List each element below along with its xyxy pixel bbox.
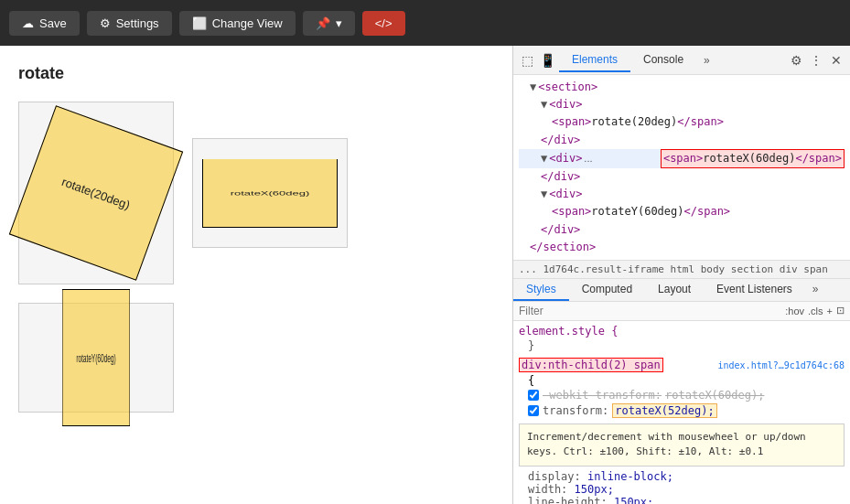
display-props-block: display: inline-block; width: 150px; lin…	[519, 470, 845, 504]
cloud-icon: ☁	[22, 16, 34, 30]
code-button[interactable]: </>	[362, 11, 405, 36]
transform-prop: transform:	[543, 404, 608, 417]
save-label: Save	[39, 16, 67, 30]
filter-input[interactable]	[519, 305, 780, 317]
settings-button[interactable]: ⚙ Settings	[87, 11, 172, 36]
tree-div-1: ▼ <div>	[519, 96, 845, 113]
nth-child-rule: div:nth-child(2) span index.html?…9c1d76…	[519, 358, 845, 418]
sub-tab-layout[interactable]: Layout	[645, 279, 704, 301]
styles-panel: element.style { } div:nth-child(2) span …	[513, 321, 850, 504]
cls-filter[interactable]: .cls	[808, 306, 823, 316]
tooltip-box: Increment/decrement with mousewheel or u…	[519, 424, 845, 466]
tree-div-close-1: </div>	[519, 132, 845, 149]
sub-tabs: Styles Computed Layout Event Listeners »	[513, 279, 850, 302]
pin-dropdown-icon: ▾	[336, 16, 342, 30]
tree-span-rotate: <span>rotate(20deg)</span>	[519, 113, 845, 131]
save-button[interactable]: ☁ Save	[9, 11, 80, 36]
devtools-settings-icon[interactable]: ⚙	[788, 52, 804, 69]
add-filter[interactable]: +	[827, 306, 833, 316]
tab-more[interactable]: »	[696, 49, 717, 71]
devtools-panel: ⬚ 📱 Elements Console » ⚙ ⋮ ✕ ▼ <section>	[512, 46, 850, 504]
breadcrumb-text: ... 1d764c.result-iframe html body secti…	[519, 263, 828, 275]
tree-div-close-3: </div>	[519, 221, 845, 239]
rotate-box-2: rotateX(60deg)	[202, 159, 338, 228]
rotate-box-3: rotateY(60deg)	[62, 289, 130, 426]
change-view-label: Change View	[212, 16, 283, 30]
rule-link[interactable]: index.html?…9c1d764c:68	[718, 360, 845, 370]
cursor-icon[interactable]: ⬚	[519, 52, 535, 69]
sub-tab-more[interactable]: »	[805, 279, 826, 301]
tab-console[interactable]: Console	[630, 48, 696, 72]
rotate-label-3: rotateY(60deg)	[76, 351, 115, 365]
transform-val[interactable]: rotateX(52deg);	[612, 403, 716, 418]
element-style-block: }	[519, 339, 845, 352]
devtools-close-icon[interactable]: ✕	[828, 52, 845, 69]
rotate-label-2: rotateX(60deg)	[231, 189, 310, 197]
transform-checkbox[interactable]	[528, 405, 539, 416]
settings-label: Settings	[116, 16, 159, 30]
tree-section-open: ▼ <section>	[519, 79, 845, 96]
tree-div-3: ▼ <div>	[519, 186, 845, 203]
tooltip-text: Increment/decrement with mousewheel or u…	[527, 431, 806, 458]
expand-arrow-2[interactable]: ▼	[541, 96, 547, 113]
pin-icon: 📌	[316, 16, 330, 30]
rotate-label-1: rotate(20deg)	[60, 175, 132, 212]
breadcrumb: ... 1d764c.result-iframe html body secti…	[513, 261, 850, 279]
nth-child-block: { -webkit-transform: rotateX(60deg); tra…	[519, 374, 845, 418]
preview-area: rotate rotate(20deg) rotateX(60deg) rota…	[0, 46, 512, 504]
toolbar: ☁ Save ⚙ Settings ⬜ Change View 📌 ▾ </>	[0, 0, 850, 46]
hov-filter[interactable]: :hov	[785, 306, 804, 316]
nth-child-selector: div:nth-child(2) span	[519, 358, 663, 372]
filter-extras: :hov .cls + ⊡	[785, 305, 845, 316]
webkit-transform-val: rotateX(60deg);	[665, 389, 764, 402]
gear-icon: ⚙	[100, 16, 111, 30]
tree-div-2-selected[interactable]: ▼ <div> ... <span>rotateX(60deg)</span>	[519, 149, 845, 168]
selected-span-element[interactable]: <span>rotateX(60deg)</span>	[661, 149, 845, 168]
expand-arrow[interactable]: ▼	[530, 79, 536, 96]
display-prop-row: display: inline-block;	[528, 470, 845, 483]
display-props-rule: display: inline-block; width: 150px; lin…	[519, 470, 845, 504]
expand-arrow-4[interactable]: ▼	[541, 186, 547, 203]
rotate-box-1: rotate(20deg)	[9, 105, 183, 281]
sub-tab-styles[interactable]: Styles	[513, 279, 569, 301]
sub-tab-event-listeners[interactable]: Event Listeners	[704, 279, 805, 301]
rule-brace-open: {	[528, 374, 534, 387]
tree-div-close-2: </div>	[519, 168, 845, 186]
filter-bar: :hov .cls + ⊡	[513, 302, 850, 321]
nth-child-selector-row: div:nth-child(2) span index.html?…9c1d76…	[519, 358, 845, 374]
demo-container-3: rotateY(60deg)	[18, 303, 174, 413]
grid-icon[interactable]: ⊡	[836, 305, 845, 316]
preview-title: rotate	[18, 64, 494, 83]
dots-button[interactable]: ...	[582, 153, 594, 164]
webkit-transform-checkbox[interactable]	[528, 390, 539, 401]
devtools-topbar: ⬚ 📱 Elements Console » ⚙ ⋮ ✕	[513, 46, 850, 75]
tree-section-close: </section>	[519, 239, 845, 256]
demo-container-2: rotateX(60deg)	[192, 138, 348, 248]
line-height-prop-row: line-height: 150px;	[528, 496, 845, 504]
code-label: </>	[375, 16, 393, 30]
webkit-transform-prop: -webkit-transform:	[543, 389, 662, 402]
change-view-button[interactable]: ⬜ Change View	[179, 11, 296, 36]
rotate-demos: rotate(20deg) rotateX(60deg) rotateY(60d…	[18, 102, 494, 413]
device-icon[interactable]: 📱	[539, 52, 555, 69]
tree-span-rotateY: <span>rotateY(60deg)</span>	[519, 203, 845, 220]
webkit-transform-row: -webkit-transform: rotateX(60deg);	[528, 389, 845, 402]
devtools-more-icon[interactable]: ⋮	[808, 52, 824, 69]
sub-tab-computed[interactable]: Computed	[569, 279, 645, 301]
demo-container-1: rotate(20deg)	[18, 102, 174, 284]
element-style-rule: element.style { }	[519, 325, 845, 352]
width-prop-row: width: 150px;	[528, 483, 845, 496]
tab-elements[interactable]: Elements	[559, 48, 630, 72]
element-style-closing: }	[528, 339, 534, 352]
main-split: rotate rotate(20deg) rotateX(60deg) rota…	[0, 46, 850, 504]
expand-arrow-3[interactable]: ▼	[541, 150, 547, 167]
pin-button[interactable]: 📌 ▾	[303, 11, 355, 36]
element-style-selector: element.style {	[519, 325, 845, 338]
transform-row: transform: rotateX(52deg);	[528, 403, 845, 418]
view-icon: ⬜	[192, 16, 207, 30]
html-tree: ▼ <section> ▼ <div> <span>rotate(20deg)<…	[513, 75, 850, 261]
